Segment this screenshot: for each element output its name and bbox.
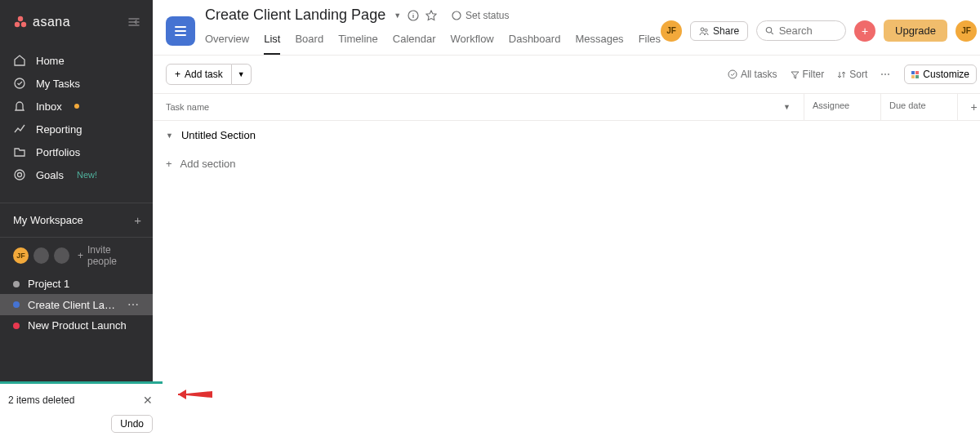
- col-assignee[interactable]: Assignee: [804, 94, 880, 120]
- star-icon[interactable]: [425, 10, 437, 21]
- col-due-date[interactable]: Due date: [880, 94, 957, 120]
- svg-point-5: [18, 173, 22, 177]
- nav-portfolios[interactable]: Portfolios: [0, 140, 153, 163]
- check-circle-icon: [728, 69, 737, 79]
- workspace-members: JF +Invite people: [0, 238, 153, 274]
- sort-button[interactable]: Sort: [837, 69, 867, 80]
- people-icon: [699, 26, 709, 36]
- share-button[interactable]: Share: [690, 21, 748, 41]
- notification-dot-icon: [74, 104, 79, 109]
- search-icon: [765, 25, 774, 36]
- search-input[interactable]: [756, 20, 846, 41]
- tab-timeline[interactable]: Timeline: [338, 28, 378, 55]
- list-toolbar: +Add task ▼ All tasks Filter Sort ⋯ Cust…: [153, 56, 980, 94]
- svg-point-0: [18, 16, 23, 21]
- share-label: Share: [713, 25, 739, 37]
- tab-calendar[interactable]: Calendar: [393, 28, 436, 55]
- project-header: Create Client Landing Page ▼ Set status: [153, 0, 980, 56]
- nav-label: Goals: [36, 169, 64, 181]
- main-content: Create Client Landing Page ▼ Set status: [153, 0, 980, 441]
- tab-overview[interactable]: Overview: [205, 28, 249, 55]
- sort-icon: [837, 70, 846, 79]
- nav-my-tasks[interactable]: My Tasks: [0, 72, 153, 95]
- member-avatar[interactable]: JF: [661, 20, 682, 42]
- add-section-button[interactable]: + Add section: [153, 149, 980, 178]
- user-avatar[interactable]: JF: [956, 20, 977, 42]
- add-column-button[interactable]: +: [957, 94, 980, 120]
- asana-logo-icon: [13, 15, 28, 29]
- svg-point-4: [15, 170, 24, 180]
- tab-workflow[interactable]: Workflow: [451, 28, 494, 55]
- page-title[interactable]: Create Client Landing Page: [205, 7, 385, 24]
- info-icon[interactable]: [408, 10, 419, 21]
- bell-icon: [13, 100, 26, 113]
- project-tabs: Overview List Board Timeline Calendar Wo…: [205, 28, 661, 55]
- chevron-down-icon[interactable]: ▼: [783, 103, 791, 111]
- chevron-down-icon[interactable]: ▼: [394, 11, 401, 20]
- nav-label: Home: [36, 55, 65, 67]
- check-circle-icon: [13, 77, 26, 90]
- section-row[interactable]: ▼ Untitled Section: [153, 121, 980, 149]
- project-color-dot: [13, 281, 20, 287]
- svg-point-3: [15, 78, 24, 88]
- plus-icon: +: [78, 250, 83, 261]
- avatar-placeholder: [54, 247, 69, 264]
- avatar-placeholder: [33, 247, 49, 264]
- nav-inbox[interactable]: Inbox: [0, 95, 153, 118]
- nav-home[interactable]: Home: [0, 49, 153, 72]
- svg-point-7: [452, 11, 461, 20]
- workspace-header[interactable]: My Workspace +: [0, 203, 153, 238]
- collapse-sidebar-icon[interactable]: [127, 15, 141, 29]
- plus-icon[interactable]: +: [134, 213, 141, 227]
- collapse-section-icon[interactable]: ▼: [166, 131, 173, 140]
- filter-button[interactable]: Filter: [791, 69, 825, 80]
- add-section-label: Add section: [180, 158, 236, 170]
- project-icon[interactable]: [166, 16, 195, 46]
- asana-logo[interactable]: asana: [13, 15, 70, 29]
- set-status-button[interactable]: Set status: [452, 10, 509, 21]
- col-task-name: Task name: [166, 102, 209, 112]
- tab-files[interactable]: Files: [639, 28, 661, 55]
- list-icon: [172, 23, 189, 39]
- invite-people[interactable]: +Invite people: [78, 244, 140, 267]
- nav-label: Portfolios: [36, 146, 80, 158]
- svg-point-9: [705, 29, 707, 31]
- more-icon[interactable]: ⋯: [127, 298, 140, 311]
- all-tasks-filter[interactable]: All tasks: [728, 69, 777, 80]
- sort-label: Sort: [849, 69, 867, 80]
- nav-label: My Tasks: [36, 78, 80, 90]
- status-circle-icon: [452, 11, 461, 20]
- add-task-dropdown[interactable]: ▼: [232, 64, 252, 85]
- upgrade-button[interactable]: Upgrade: [884, 20, 947, 42]
- quick-add-button[interactable]: +: [854, 20, 875, 42]
- tab-board[interactable]: Board: [295, 28, 323, 55]
- toast-message: 2 items deleted: [8, 394, 74, 406]
- customize-label: Customize: [923, 69, 969, 80]
- target-icon: [13, 168, 26, 181]
- undo-button[interactable]: Undo: [111, 415, 153, 433]
- customize-button[interactable]: Customize: [904, 65, 977, 84]
- add-task-label: Add task: [185, 69, 223, 80]
- project-name: Project 1: [28, 278, 140, 290]
- tab-messages[interactable]: Messages: [575, 28, 623, 55]
- project-item[interactable]: Create Client Landin…⋯: [0, 294, 153, 315]
- annotation-arrow-icon: [178, 385, 212, 403]
- tab-dashboard[interactable]: Dashboard: [509, 28, 561, 55]
- more-options[interactable]: ⋯: [880, 69, 891, 80]
- new-badge: New!: [77, 170, 97, 180]
- brand-name: asana: [33, 15, 70, 29]
- avatar[interactable]: JF: [13, 247, 29, 264]
- nav-reporting[interactable]: Reporting: [0, 118, 153, 140]
- close-icon[interactable]: ✕: [143, 394, 153, 407]
- section-name[interactable]: Untitled Section: [181, 129, 256, 141]
- nav-goals[interactable]: GoalsNew!: [0, 163, 153, 186]
- chevron-down-icon: ▼: [238, 70, 245, 78]
- project-item[interactable]: Project 1: [0, 274, 153, 294]
- project-item[interactable]: New Product Launch: [0, 315, 153, 336]
- sidebar: asana Home My Tasks Inbox Reporting Port…: [0, 0, 153, 441]
- project-name: Create Client Landin…: [28, 299, 119, 311]
- tab-list[interactable]: List: [264, 28, 280, 55]
- search-field[interactable]: [779, 24, 837, 37]
- nav-label: Inbox: [36, 100, 62, 113]
- add-task-button[interactable]: +Add task: [166, 64, 232, 85]
